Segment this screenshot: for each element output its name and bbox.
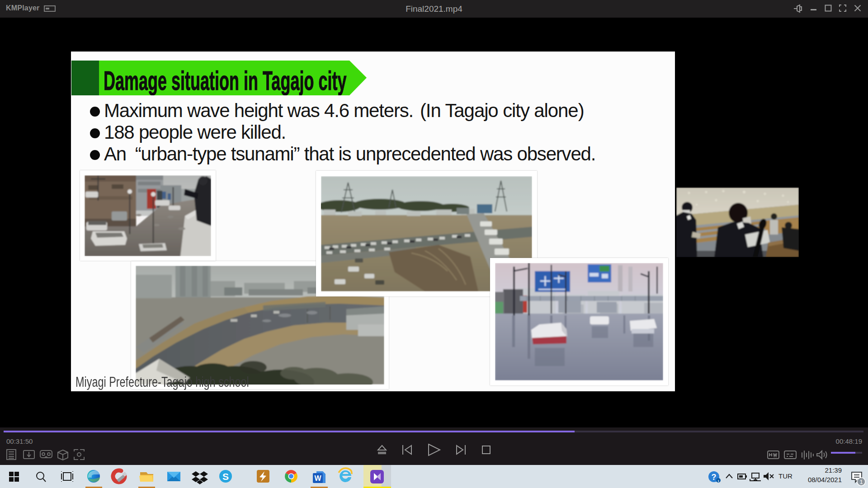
svg-text:?: ? bbox=[712, 473, 717, 482]
svg-text:S: S bbox=[222, 471, 229, 482]
svg-text:W: W bbox=[314, 474, 321, 482]
svg-text:1: 1 bbox=[859, 479, 863, 485]
svg-text:i: i bbox=[718, 479, 719, 483]
